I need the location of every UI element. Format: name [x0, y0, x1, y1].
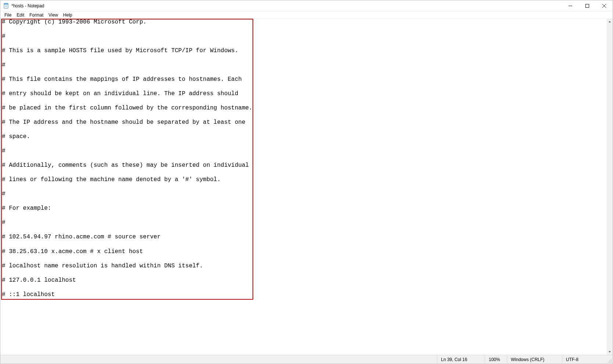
menu-file[interactable]: File	[2, 12, 14, 18]
menu-view[interactable]: View	[46, 12, 61, 18]
status-position: Ln 39, Col 16	[437, 355, 485, 364]
svg-marker-10	[609, 351, 611, 353]
maximize-button[interactable]	[579, 0, 596, 11]
svg-point-11	[611, 362, 612, 363]
close-button[interactable]	[596, 0, 613, 11]
window-title: *hosts - Notepad	[11, 3, 562, 8]
menubar: File Edit Format View Help	[0, 11, 613, 19]
resize-grip-icon[interactable]	[606, 355, 613, 364]
scroll-up-icon[interactable]	[607, 19, 613, 25]
menu-help[interactable]: Help	[61, 12, 75, 18]
notepad-window: *hosts - Notepad File Edit Format View H…	[0, 0, 613, 364]
svg-marker-9	[609, 21, 611, 22]
svg-point-13	[609, 362, 610, 363]
text-editor[interactable]: # Copyright (c) 1993-2006 Microsoft Corp…	[0, 19, 607, 355]
content-area: # Copyright (c) 1993-2006 Microsoft Corp…	[0, 19, 613, 355]
menu-format[interactable]: Format	[27, 12, 46, 18]
titlebar: *hosts - Notepad	[0, 0, 613, 11]
status-spacer	[0, 355, 437, 364]
svg-point-16	[608, 362, 609, 363]
svg-rect-1	[4, 3, 8, 4]
vertical-scrollbar[interactable]	[607, 19, 613, 355]
status-encoding: UTF-8	[562, 355, 606, 364]
notepad-icon	[3, 3, 9, 9]
scroll-down-icon[interactable]	[607, 349, 613, 355]
svg-point-12	[611, 360, 612, 361]
status-line-ending: Windows (CRLF)	[507, 355, 562, 364]
svg-point-14	[611, 359, 612, 360]
window-controls	[562, 0, 613, 11]
statusbar: Ln 39, Col 16 100% Windows (CRLF) UTF-8	[0, 355, 613, 364]
menu-edit[interactable]: Edit	[14, 12, 27, 18]
svg-point-15	[609, 360, 610, 361]
status-zoom: 100%	[485, 355, 507, 364]
svg-rect-6	[586, 4, 589, 7]
minimize-button[interactable]	[562, 0, 579, 11]
